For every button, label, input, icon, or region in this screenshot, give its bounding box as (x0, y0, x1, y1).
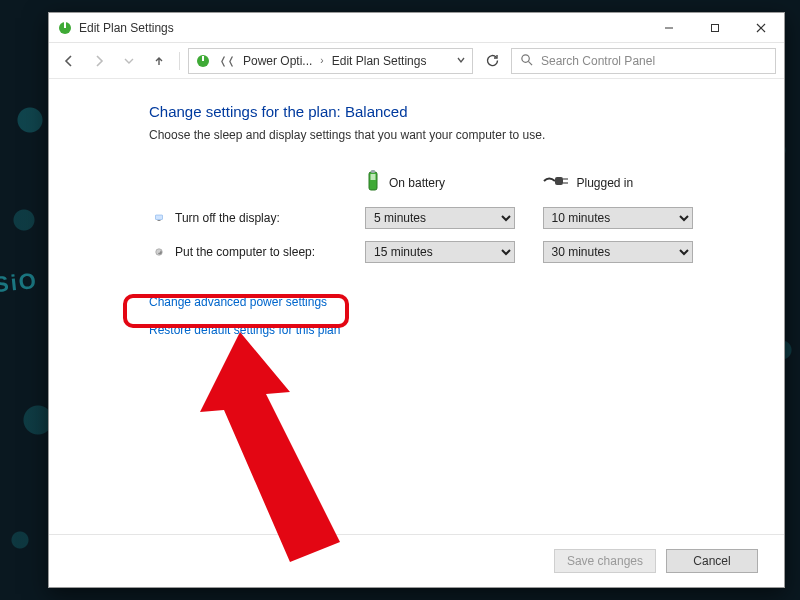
svg-rect-12 (555, 177, 563, 185)
page-heading: Change settings for the plan: Balanced (149, 103, 714, 120)
sleep-icon (155, 245, 163, 259)
svg-rect-15 (156, 215, 163, 220)
footer: Save changes Cancel (49, 534, 784, 587)
recent-locations-button[interactable] (117, 49, 141, 73)
edit-plan-settings-window: Edit Plan Settings ❬❬ (48, 12, 785, 588)
sleep-battery-select[interactable]: 15 minutes (365, 241, 515, 263)
battery-icon (365, 170, 381, 195)
breadcrumb-chevron-icon: ❬❬ (217, 55, 237, 66)
control-panel-icon (195, 53, 211, 69)
column-header-plugged: Plugged in (577, 176, 634, 190)
breadcrumb-power-options[interactable]: Power Opti... (243, 54, 312, 68)
svg-rect-1 (64, 22, 66, 28)
back-button[interactable] (57, 49, 81, 73)
search-icon (520, 53, 533, 69)
svg-point-7 (522, 54, 529, 61)
links-area: Change advanced power settings Restore d… (149, 295, 714, 337)
refresh-button[interactable] (479, 48, 505, 74)
restore-default-settings-link[interactable]: Restore default settings for this plan (149, 323, 340, 337)
save-changes-button[interactable]: Save changes (554, 549, 656, 573)
content-area: Change settings for the plan: Balanced C… (49, 79, 784, 534)
breadcrumb-separator-icon: › (318, 55, 325, 66)
forward-button[interactable] (87, 49, 111, 73)
settings-table: On battery Plugged in (149, 164, 714, 269)
page-subtext: Choose the sleep and display settings th… (149, 128, 714, 142)
maximize-button[interactable] (692, 13, 738, 43)
titlebar: Edit Plan Settings (49, 13, 784, 43)
svg-line-8 (528, 61, 532, 65)
display-plugged-select[interactable]: 10 minutes (543, 207, 693, 229)
wallpaper-text: SiO (0, 268, 39, 298)
cancel-button[interactable]: Cancel (666, 549, 758, 573)
display-icon (155, 211, 163, 225)
svg-rect-16 (158, 220, 161, 221)
address-bar[interactable]: ❬❬ Power Opti... › Edit Plan Settings (188, 48, 473, 74)
search-box[interactable] (511, 48, 776, 74)
sleep-plugged-select[interactable]: 30 minutes (543, 241, 693, 263)
display-battery-select[interactable]: 5 minutes (365, 207, 515, 229)
plug-icon (543, 175, 569, 190)
column-header-battery: On battery (389, 176, 445, 190)
power-options-icon (57, 20, 73, 36)
window-title: Edit Plan Settings (79, 21, 174, 35)
navigation-bar: ❬❬ Power Opti... › Edit Plan Settings (49, 43, 784, 79)
up-button[interactable] (147, 49, 171, 73)
close-button[interactable] (738, 13, 784, 43)
svg-rect-11 (371, 174, 376, 180)
change-advanced-power-settings-link[interactable]: Change advanced power settings (149, 295, 327, 309)
breadcrumb-edit-plan-settings[interactable]: Edit Plan Settings (332, 54, 427, 68)
minimize-button[interactable] (646, 13, 692, 43)
svg-rect-10 (371, 170, 375, 173)
row-label-display: Turn off the display: (175, 211, 280, 225)
svg-rect-3 (712, 24, 719, 31)
row-label-sleep: Put the computer to sleep: (175, 245, 315, 259)
search-input[interactable] (539, 53, 767, 69)
address-dropdown-button[interactable] (456, 54, 466, 68)
